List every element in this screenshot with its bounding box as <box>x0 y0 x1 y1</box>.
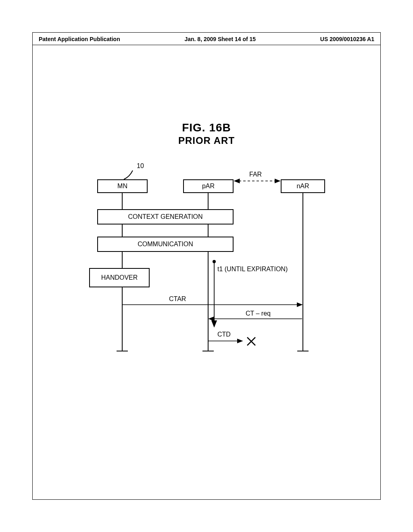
page-frame: Patent Application Publication Jan. 8, 2… <box>32 32 381 500</box>
header-left: Patent Application Publication <box>39 36 120 42</box>
header-center: Jan. 8, 2009 Sheet 14 of 15 <box>184 36 256 42</box>
sequence-diagram: 10 MN pAR nAR FAR CONTEXT GENERATION COM… <box>89 170 331 379</box>
figure-subtitle: PRIOR ART <box>33 135 380 146</box>
page-header: Patent Application Publication Jan. 8, 2… <box>33 33 380 45</box>
ref-10-label: 10 <box>137 162 144 170</box>
figure-heading: FIG. 16B PRIOR ART <box>33 121 380 146</box>
diagram-lines <box>89 170 331 379</box>
figure-title: FIG. 16B <box>33 121 380 134</box>
header-right: US 2009/0010236 A1 <box>320 36 374 42</box>
